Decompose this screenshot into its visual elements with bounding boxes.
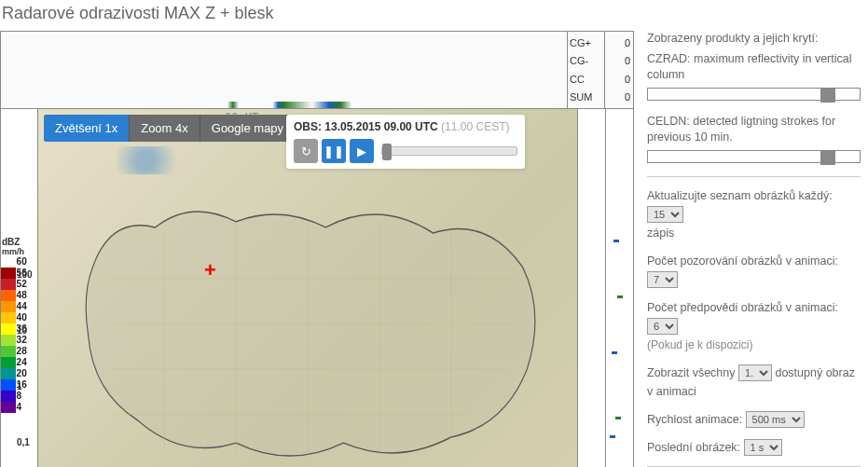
page-title: Radarové odrazivosti MAX Z + blesk xyxy=(0,0,868,31)
map-view[interactable]: 00 UT + Zvětšení 1x Zoom 4x Google mapy xyxy=(38,109,577,467)
zoom-4x-button[interactable]: Zoom 4x xyxy=(129,115,200,142)
settings-panel: Zobrazeny produkty a jejich krytí: CZRAD… xyxy=(634,31,868,467)
show-all-label: Zobrazit všechny xyxy=(647,366,735,379)
stat-label: CG+ xyxy=(570,37,591,48)
pred-count-label: Počet předpovědi obrázků v animaci: xyxy=(647,301,838,314)
side-strip-2 xyxy=(605,109,633,467)
stat-value: 0 xyxy=(608,74,630,85)
last-label: Poslední obrázek: xyxy=(647,441,740,454)
zoom-1x-button[interactable]: Zvětšení 1x xyxy=(44,115,129,142)
pause-button[interactable]: ❚❚ xyxy=(322,139,346,163)
stat-value: 0 xyxy=(608,91,630,103)
speed-label: Rychlost animace: xyxy=(647,413,742,426)
stat-value: 0 xyxy=(608,37,630,48)
slider-thumb[interactable] xyxy=(820,150,835,165)
obs-time: 13.05.2015 09.00 UTC xyxy=(324,120,437,133)
play-button[interactable]: ▶ xyxy=(350,139,374,163)
update-interval-select[interactable]: 15 xyxy=(647,206,683,223)
panel-heading: Zobrazeny produkty a jejich krytí: xyxy=(647,31,861,48)
slider-thumb[interactable] xyxy=(820,88,835,103)
color-legend: dBZmm/h 60565248444036322824201684 10010… xyxy=(1,109,38,467)
stat-label: CC xyxy=(570,74,585,85)
product-celdn-label: CELDN: detected ligtning strokes for pre… xyxy=(647,114,861,146)
stat-label: CG- xyxy=(570,55,588,66)
czrad-opacity-slider[interactable] xyxy=(647,88,861,101)
side-strip-1 xyxy=(577,109,605,467)
slider-thumb[interactable] xyxy=(382,144,392,160)
stat-label: SUM xyxy=(570,91,592,103)
speed-select[interactable]: 500 ms xyxy=(746,411,805,428)
pred-count-select[interactable]: 6 xyxy=(647,318,678,335)
refresh-button[interactable]: ↻ xyxy=(294,139,318,163)
show-all-select[interactable]: 1. xyxy=(738,364,772,381)
google-maps-button[interactable]: Google mapy xyxy=(200,115,295,142)
obs-count-select[interactable]: 7 xyxy=(647,271,678,288)
time-slider[interactable] xyxy=(381,146,517,156)
obs-count-label: Počet pozorování obrázků v animaci: xyxy=(647,254,838,268)
observation-panel: OBS: 13.05.2015 09.00 UTC (11.00 CEST) ↻… xyxy=(286,115,525,169)
celdn-opacity-slider[interactable] xyxy=(647,150,861,163)
last-frame-select[interactable]: 1 s xyxy=(744,439,782,456)
obs-prefix: OBS: xyxy=(294,120,322,133)
stat-value: 0 xyxy=(608,55,630,66)
update-label: Aktualizujte seznam obrázků každý: xyxy=(647,189,833,202)
lightning-stats-panel: CG+ CG- CC SUM 0 0 0 0 xyxy=(0,31,634,109)
product-czrad-label: CZRAD: maximum reflectivity in vertical … xyxy=(647,51,861,84)
obs-local: (11.00 CEST) xyxy=(441,120,509,133)
